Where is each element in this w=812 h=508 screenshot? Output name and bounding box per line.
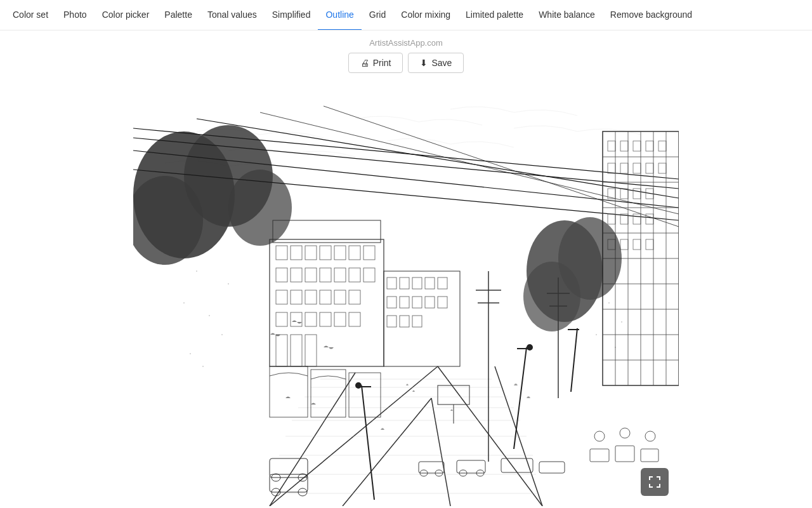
nav-item-photo[interactable]: Photo — [56, 0, 95, 30]
svg-point-142 — [196, 271, 197, 272]
content-area: ArtistAssistApp.com 🖨 Print ⬇ Save — [0, 30, 812, 508]
svg-point-11 — [228, 170, 292, 246]
nav-item-color-mixing[interactable]: Color mixing — [393, 0, 458, 30]
top-navigation: Color setPhotoColor pickerPaletteTonal v… — [0, 0, 812, 30]
nav-item-outline[interactable]: Outline — [318, 0, 361, 30]
fullscreen-icon — [648, 475, 662, 489]
nav-item-palette[interactable]: Palette — [157, 0, 200, 30]
svg-point-51 — [523, 262, 580, 331]
nav-item-grid[interactable]: Grid — [362, 0, 393, 30]
svg-point-151 — [596, 334, 597, 335]
app-url: ArtistAssistApp.com — [369, 38, 443, 48]
svg-point-144 — [183, 302, 185, 304]
sketch-image — [133, 81, 679, 506]
svg-point-147 — [190, 353, 191, 354]
nav-item-white-balance[interactable]: White balance — [531, 0, 603, 30]
fullscreen-button[interactable] — [641, 468, 669, 496]
print-icon: 🖨 — [360, 58, 369, 68]
svg-point-117 — [527, 345, 532, 350]
svg-point-143 — [228, 283, 229, 284]
save-label: Save — [431, 58, 452, 68]
action-buttons: 🖨 Print ⬇ Save — [348, 53, 464, 73]
svg-point-146 — [221, 334, 223, 335]
svg-point-148 — [202, 366, 204, 367]
svg-point-145 — [209, 315, 210, 316]
nav-item-tonal-values[interactable]: Tonal values — [200, 0, 265, 30]
nav-item-remove-background[interactable]: Remove background — [603, 0, 700, 30]
nav-item-color-picker[interactable]: Color picker — [95, 0, 157, 30]
print-button[interactable]: 🖨 Print — [348, 53, 403, 73]
print-label: Print — [373, 58, 391, 68]
nav-item-limited-palette[interactable]: Limited palette — [458, 0, 531, 30]
svg-point-150 — [621, 321, 622, 323]
save-button[interactable]: ⬇ Save — [408, 53, 464, 73]
svg-point-149 — [608, 302, 610, 304]
sketch-svg — [133, 81, 679, 506]
save-icon: ⬇ — [420, 58, 428, 68]
svg-point-114 — [356, 383, 361, 388]
nav-item-color-set[interactable]: Color set — [5, 0, 56, 30]
nav-item-simplified[interactable]: Simplified — [265, 0, 318, 30]
svg-point-152 — [615, 347, 616, 348]
